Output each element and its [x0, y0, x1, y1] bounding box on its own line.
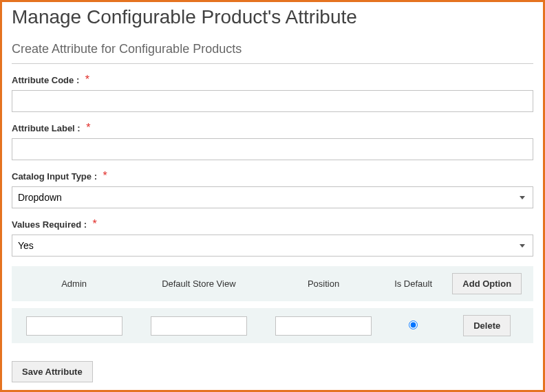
catalog-input-type-select[interactable]: Dropdown [12, 186, 533, 208]
attribute-label-label: Attribute Label : [12, 123, 81, 133]
catalog-input-type-label: Catalog Input Type : [12, 171, 97, 182]
option-admin-input[interactable] [26, 316, 122, 336]
field-values-required: Values Required : * Yes [12, 218, 533, 257]
required-mark: * [93, 218, 97, 230]
page-title: Manage Configurable Product's Attribute [12, 6, 533, 28]
add-option-button[interactable]: Add Option [452, 273, 522, 294]
field-attribute-code: Attribute Code : * [12, 74, 533, 112]
values-required-label: Values Required : [12, 219, 87, 230]
col-default-store-view: Default Store View [136, 266, 261, 301]
col-actions: Add Option [441, 266, 534, 301]
option-position-input[interactable] [275, 316, 372, 336]
required-mark: * [85, 74, 89, 85]
options-table: Admin Default Store View Position Is Def… [12, 266, 533, 350]
section-title: Create Attribute for Configurable Produc… [12, 42, 533, 64]
field-catalog-input-type: Catalog Input Type : * Dropdown [12, 170, 533, 208]
option-storeview-input[interactable] [151, 316, 247, 336]
attribute-label-input[interactable] [12, 138, 533, 160]
col-is-default: Is Default [386, 266, 441, 301]
attribute-code-input[interactable] [12, 90, 533, 112]
required-mark: * [103, 170, 107, 182]
col-position: Position [261, 266, 385, 301]
values-required-select[interactable]: Yes [12, 235, 533, 257]
table-row: Delete [12, 308, 533, 343]
delete-option-button[interactable]: Delete [463, 315, 511, 336]
table-row-spacer [12, 301, 533, 308]
field-attribute-label: Attribute Label : * [12, 122, 533, 160]
table-row-spacer [12, 343, 533, 350]
col-admin: Admin [12, 266, 136, 301]
option-is-default-radio[interactable] [409, 320, 418, 329]
save-attribute-button[interactable]: Save Attribute [12, 361, 93, 382]
required-mark: * [86, 122, 90, 133]
attribute-code-label: Attribute Code : [12, 75, 79, 85]
